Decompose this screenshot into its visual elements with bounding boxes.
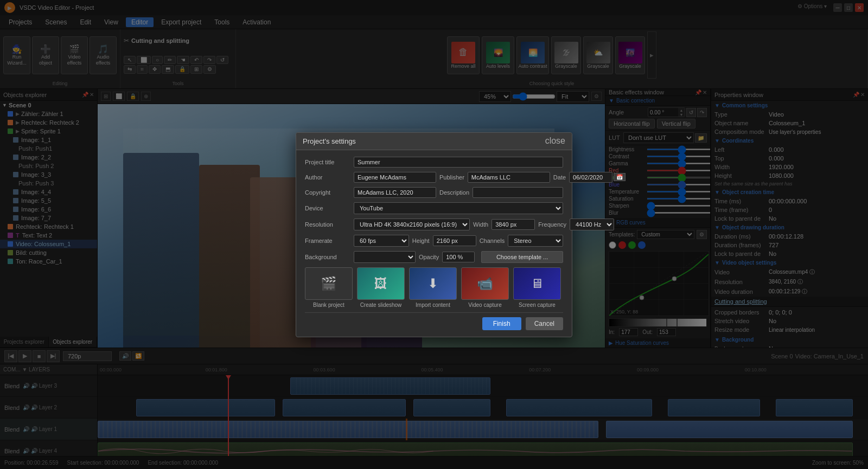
dialog-titlebar: Project's settings close xyxy=(296,133,572,150)
frequency-select[interactable]: 44100 Hz 48000 Hz xyxy=(570,219,614,230)
date-input[interactable] xyxy=(569,172,612,183)
channels-label: Channels xyxy=(480,237,505,244)
dialog-close-button[interactable]: close xyxy=(545,136,565,146)
template-screen-capture[interactable]: 🖥 Screen capture xyxy=(513,267,561,308)
author-label: Author xyxy=(305,174,354,181)
framerate-row: Framerate 60 fps 30 fps 24 fps 25 fps He… xyxy=(305,235,563,247)
background-select[interactable] xyxy=(354,251,416,263)
dialog-title: Project's settings xyxy=(303,137,356,145)
template-grid: 🎬 Blank project 🖼 Create slideshow ⬇ Imp… xyxy=(305,267,563,308)
frequency-label: Frequency xyxy=(538,221,566,228)
description-label: Description xyxy=(439,189,469,196)
author-row: Author Publisher Date 📅 xyxy=(305,172,563,183)
description-input[interactable] xyxy=(473,187,563,198)
template-slideshow-thumb: 🖼 xyxy=(357,267,405,300)
project-settings-dialog: Project's settings close Project title A… xyxy=(296,132,572,337)
dialog-overlay: Project's settings close Project title A… xyxy=(0,0,868,469)
framerate-label: Framerate xyxy=(305,237,354,244)
opacity-label: Opacity xyxy=(419,254,439,260)
template-screen-thumb: 🖥 xyxy=(513,267,561,300)
template-video-capture[interactable]: 📹 Video capture xyxy=(461,267,509,308)
template-import-thumb: ⬇ xyxy=(409,267,457,300)
template-video-thumb: 📹 xyxy=(461,267,509,300)
template-import-label: Import content xyxy=(409,302,457,308)
project-title-input[interactable] xyxy=(354,157,563,168)
device-row: Device YouTube Custom xyxy=(305,202,563,214)
template-video-label: Video capture xyxy=(461,302,509,308)
height-input[interactable] xyxy=(433,235,476,246)
publisher-label: Publisher xyxy=(439,174,464,181)
opacity-input[interactable] xyxy=(442,252,475,262)
project-title-row: Project title xyxy=(305,157,563,168)
template-blank[interactable]: 🎬 Blank project xyxy=(305,267,353,308)
dialog-body: Project title Author Publisher Date 📅 Co… xyxy=(296,150,572,337)
channels-select[interactable]: Stereo Mono xyxy=(508,235,563,247)
background-label2: Background xyxy=(305,254,354,260)
device-label: Device xyxy=(305,205,354,211)
width-input[interactable] xyxy=(492,219,535,230)
copyright-label: Copyright xyxy=(305,189,354,196)
template-blank-label: Blank project xyxy=(305,302,353,308)
resolution-select[interactable]: Ultra HD 4K 3840x2160 pixels (16:9) Full… xyxy=(354,219,470,230)
finish-button[interactable]: Finish xyxy=(482,317,521,330)
dialog-buttons: Finish Cancel xyxy=(305,312,563,330)
project-title-label: Project title xyxy=(305,159,354,165)
copyright-row: Copyright Description xyxy=(305,187,563,198)
width-label2: Width xyxy=(473,221,488,228)
copyright-input[interactable] xyxy=(354,187,436,198)
framerate-select[interactable]: 60 fps 30 fps 24 fps 25 fps xyxy=(354,235,409,247)
publisher-input[interactable] xyxy=(468,172,550,183)
template-screen-label: Screen capture xyxy=(513,302,561,308)
cancel-button[interactable]: Cancel xyxy=(526,317,563,330)
resolution-label2: Resolution xyxy=(305,221,354,228)
height-label2: Height xyxy=(412,237,430,244)
resolution-row: Resolution Ultra HD 4K 3840x2160 pixels … xyxy=(305,219,563,230)
device-select[interactable]: YouTube Custom xyxy=(354,202,563,214)
template-slideshow[interactable]: 🖼 Create slideshow xyxy=(357,267,405,308)
template-slideshow-label: Create slideshow xyxy=(357,302,405,308)
date-label: Date xyxy=(553,174,566,181)
date-picker-btn[interactable]: 📅 xyxy=(614,173,626,181)
author-input[interactable] xyxy=(354,172,436,183)
template-import[interactable]: ⬇ Import content xyxy=(409,267,457,308)
template-blank-thumb: 🎬 xyxy=(305,267,353,300)
bg-opacity-row: Background Opacity Choose template ... xyxy=(305,251,563,263)
choose-template-btn[interactable]: Choose template ... xyxy=(481,251,563,263)
